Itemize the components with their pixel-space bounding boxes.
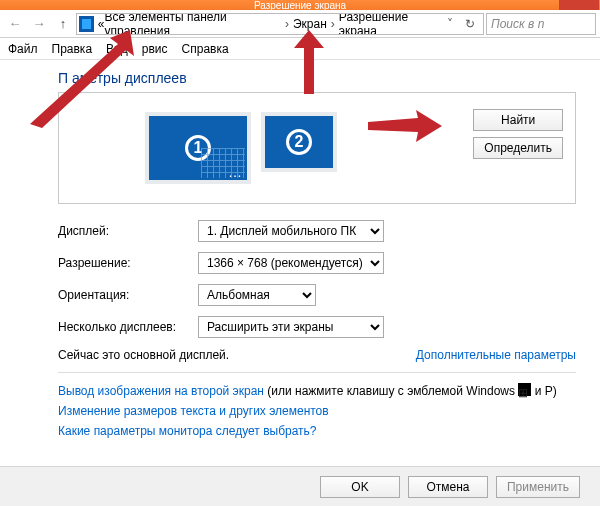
dialog-button-bar: OK Отмена Применить (0, 466, 600, 506)
which-settings-link[interactable]: Какие параметры монитора следует выбрать… (58, 424, 317, 438)
nav-up-button[interactable]: ↑ (52, 13, 74, 35)
control-panel-icon (79, 16, 94, 32)
content-area: П аметры дисплеев 1 … 2 Найти Определить… (0, 60, 600, 449)
divider (58, 372, 576, 373)
display-label: Дисплей: (58, 224, 198, 238)
text-size-link[interactable]: Изменение размеров текста и других элеме… (58, 404, 329, 418)
search-placeholder: Поиск в п (491, 17, 544, 31)
menu-edit[interactable]: Правка (52, 42, 93, 56)
nav-back-button[interactable]: ← (4, 13, 26, 35)
breadcrumb-item-1[interactable]: Все элементы панели управления (104, 13, 281, 35)
refresh-icon[interactable]: ↻ (459, 17, 481, 31)
window-title: Разрешение экрана (254, 0, 346, 11)
monitor-2[interactable]: 2 (261, 112, 337, 172)
monitor-1-number: 1 (185, 135, 211, 161)
cancel-button[interactable]: Отмена (408, 476, 488, 498)
ok-button[interactable]: OK (320, 476, 400, 498)
breadcrumb[interactable]: « Все элементы панели управления › Экран… (76, 13, 484, 35)
menu-file[interactable]: Файл (8, 42, 38, 56)
window-close-button[interactable] (559, 0, 599, 10)
project-hint-text: (или нажмите клавишу с эмблемой Windows (264, 384, 518, 398)
orientation-select[interactable]: Альбомная (198, 284, 316, 306)
breadcrumb-item-2[interactable]: Экран (293, 17, 327, 31)
resolution-label: Разрешение: (58, 256, 198, 270)
windows-key-icon (518, 383, 531, 396)
dropdown-icon[interactable]: ˅ (441, 17, 459, 31)
monitor-1[interactable]: 1 … (145, 112, 251, 184)
chevron-right-icon[interactable]: › (285, 17, 289, 31)
nav-forward-button[interactable]: → (28, 13, 50, 35)
breadcrumb-overflow[interactable]: « (98, 17, 105, 31)
display-select[interactable]: 1. Дисплей мобильного ПК (198, 220, 384, 242)
menu-help[interactable]: Справка (182, 42, 229, 56)
primary-display-note: Сейчас это основной дисплей. (58, 348, 229, 362)
find-button[interactable]: Найти (473, 109, 563, 131)
menu-view[interactable]: Вид (106, 42, 128, 56)
project-hint-tail: и P) (531, 384, 556, 398)
monitors-preview-panel: 1 … 2 Найти Определить (58, 92, 576, 204)
chevron-right-icon[interactable]: › (331, 17, 335, 31)
monitor-2-number: 2 (286, 129, 312, 155)
apply-button[interactable]: Применить (496, 476, 580, 498)
page-title: П аметры дисплеев (58, 70, 576, 86)
menu-bar: Файл Правка Вид рвис Справка (0, 38, 600, 60)
orientation-label: Ориентация: (58, 288, 198, 302)
monitors-group[interactable]: 1 … 2 (145, 112, 337, 184)
multidisplay-label: Несколько дисплеев: (58, 320, 198, 334)
resolution-select[interactable]: 1366 × 768 (рекомендуется) (198, 252, 384, 274)
advanced-settings-link[interactable]: Дополнительные параметры (416, 348, 576, 362)
search-input[interactable]: Поиск в п (486, 13, 596, 35)
breadcrumb-item-3[interactable]: Разрешение экрана (339, 13, 441, 35)
menu-service[interactable]: рвис (142, 42, 168, 56)
ellipsis-icon: … (228, 164, 243, 180)
multidisplay-select[interactable]: Расширить эти экраны (198, 316, 384, 338)
identify-button[interactable]: Определить (473, 137, 563, 159)
project-second-screen-link[interactable]: Вывод изображения на второй экран (58, 384, 264, 398)
title-bar: Разрешение экрана (0, 0, 600, 10)
address-bar: ← → ↑ « Все элементы панели управления ›… (0, 10, 600, 38)
